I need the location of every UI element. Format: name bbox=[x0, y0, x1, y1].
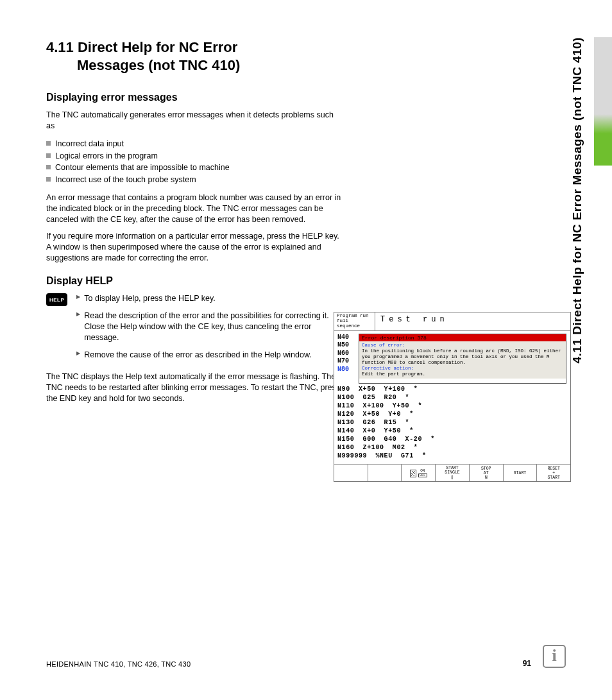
tnc-program-listing: N90 X+50 Y+100 * N100 G25 R20 * N110 X+1… bbox=[334, 385, 570, 464]
tnc-error-window: Error description 378 Cause of error: In… bbox=[359, 334, 566, 384]
list-item: Remove the cause of the error as describ… bbox=[76, 350, 333, 361]
list-item: To display Help, press the HELP key. bbox=[76, 293, 333, 304]
toggle-on: ON bbox=[418, 469, 427, 474]
softkey-stop-at: STOP AT N bbox=[470, 465, 504, 481]
heading-line1: Direct Help for NC Error bbox=[78, 39, 237, 55]
display-icon bbox=[410, 470, 416, 477]
section1-para2: An error message that contains a program… bbox=[46, 192, 341, 225]
section1-intro: The TNC automatically generates error me… bbox=[46, 110, 341, 132]
page-title: 4.11 Direct Help for NC Error Messages (… bbox=[46, 38, 566, 74]
tnc-softkey-row: ON OFF START SINGLE ▯ STOP AT N START RE… bbox=[334, 464, 570, 481]
line-num: N60 bbox=[337, 350, 359, 358]
err-action-text: Edit the part program. bbox=[362, 371, 563, 377]
section1-title: Displaying error messages bbox=[46, 92, 566, 103]
tnc-error-body: Cause of error: In the positioning block… bbox=[359, 341, 566, 379]
page-number: 91 bbox=[523, 659, 531, 668]
softkey-label: STOP AT bbox=[481, 466, 491, 475]
list-item: Incorrect use of the touch probe system bbox=[46, 174, 341, 186]
line-num: N40 bbox=[337, 334, 359, 342]
err-action-label: Corrective action: bbox=[362, 366, 563, 371]
page-footer: HEIDENHAIN TNC 410, TNC 426, TNC 430 91 … bbox=[46, 645, 566, 668]
softkey-display-toggle: ON OFF bbox=[402, 465, 436, 481]
tnc-mode-label: Program run full sequence bbox=[334, 312, 375, 330]
softkey-blank bbox=[334, 465, 368, 481]
line-num: N80 bbox=[337, 366, 359, 374]
footer-product: HEIDENHAIN TNC 410, TNC 426, TNC 430 bbox=[46, 660, 191, 668]
heading-line2: Messages (not TNC 410) bbox=[46, 56, 566, 74]
list-item: Incorrect data input bbox=[46, 138, 341, 150]
list-item: Logical errors in the program bbox=[46, 150, 341, 162]
list-item: Read the description of the error and th… bbox=[76, 311, 333, 343]
section1-para3: If you require more information on a par… bbox=[46, 231, 341, 264]
section1-bullets: Incorrect data input Logical errors in t… bbox=[46, 138, 341, 186]
line-num: N50 bbox=[337, 341, 359, 350]
help-steps: To display Help, press the HELP key. Rea… bbox=[76, 293, 333, 366]
tnc-error-title: Error description 378 bbox=[359, 334, 566, 341]
side-accent-bar bbox=[594, 37, 612, 166]
softkey-label: START SINGLE bbox=[445, 466, 459, 475]
help-key-icon: HELP bbox=[46, 293, 67, 306]
softkey-start-single: START SINGLE ▯ bbox=[436, 465, 470, 481]
tnc-header: Program run full sequence Test run bbox=[334, 312, 570, 331]
info-icon: i bbox=[543, 645, 566, 668]
side-tab-heading: 4.11 Direct Help for NC Error Messages (… bbox=[570, 37, 584, 364]
section2-title: Display HELP bbox=[46, 275, 566, 287]
line-num: N70 bbox=[337, 357, 359, 366]
softkey-blank bbox=[368, 465, 402, 481]
tnc-screenshot: Program run full sequence Test run N40 N… bbox=[334, 312, 571, 482]
section2-para: The TNC displays the Help text automatic… bbox=[46, 371, 341, 404]
tnc-title: Test run bbox=[375, 312, 454, 330]
softkey-start: START bbox=[504, 465, 538, 481]
heading-num: 4.11 bbox=[46, 39, 74, 55]
toggle-off: OFF bbox=[418, 474, 427, 477]
tnc-line-numbers: N40 N50 N60 N70 N80 bbox=[334, 332, 359, 385]
list-item: Contour elements that are impossible to … bbox=[46, 162, 341, 174]
err-cause-label: Cause of error: bbox=[362, 343, 563, 348]
err-cause-text: In the positioning block before a roundi… bbox=[362, 348, 563, 366]
softkey-reset-start: RESET + START bbox=[537, 465, 570, 481]
